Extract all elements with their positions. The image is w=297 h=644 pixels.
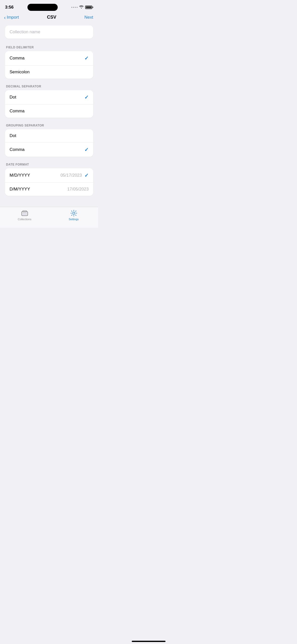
- option-right: ✓: [84, 55, 89, 61]
- dynamic-island: [27, 4, 58, 11]
- settings-tab-label: Settings: [69, 218, 79, 221]
- section-label-date-format: DATE FORMAT: [5, 163, 93, 166]
- next-button[interactable]: Next: [84, 15, 93, 20]
- svg-point-4: [73, 212, 75, 214]
- section-label-decimal-separator: DECIMAL SEPARATOR: [5, 85, 93, 88]
- option-right: ✓: [84, 94, 89, 100]
- section-grouping-separator: GROUPING SEPARATORDotComma✓: [5, 124, 93, 157]
- collection-name-input[interactable]: [10, 29, 89, 35]
- section-label-field-delimiter: FIELD DELIMITER: [5, 46, 93, 49]
- status-time: 3:56: [5, 5, 14, 10]
- section-label-grouping-separator: GROUPING SEPARATOR: [5, 124, 93, 127]
- option-row-comma-grouping-separator[interactable]: Comma✓: [5, 142, 93, 157]
- option-row-comma-decimal-separator[interactable]: Comma: [5, 104, 93, 118]
- options-card-grouping-separator: DotComma✓: [5, 129, 93, 157]
- option-label: D/M/YYYY: [10, 187, 30, 192]
- collections-icon: [21, 210, 28, 217]
- signal-icon: [71, 7, 78, 8]
- page-title: CSV: [47, 15, 56, 20]
- chevron-left-icon: ‹: [4, 15, 6, 20]
- option-row-dot-grouping-separator[interactable]: Dot: [5, 129, 93, 142]
- option-right: 05/17/2023✓: [60, 172, 89, 178]
- collection-name-field[interactable]: [5, 25, 93, 39]
- status-bar: 3:56: [0, 0, 98, 13]
- checkmark-icon: ✓: [84, 94, 89, 100]
- options-card-date-format: M/D/YYYY05/17/2023✓D/M/YYYY17/05/2023: [5, 168, 93, 196]
- option-row-dot-decimal-separator[interactable]: Dot✓: [5, 90, 93, 104]
- option-label: Comma: [10, 109, 25, 114]
- back-button[interactable]: ‹ Import: [4, 15, 19, 20]
- collections-tab-label: Collections: [18, 218, 31, 221]
- checkmark-icon: ✓: [84, 147, 89, 153]
- option-row-comma-field-delimiter[interactable]: Comma✓: [5, 51, 93, 65]
- option-label: Comma: [10, 56, 25, 61]
- svg-rect-2: [22, 212, 27, 215]
- option-label: Semicolon: [10, 70, 29, 75]
- option-label: Dot: [10, 133, 16, 138]
- status-icons: [71, 5, 93, 10]
- option-value: 05/17/2023: [60, 173, 82, 178]
- section-date-format: DATE FORMATM/D/YYYY05/17/2023✓D/M/YYYY17…: [5, 163, 93, 196]
- tab-bar: Collections Settings: [0, 207, 98, 228]
- battery-icon: [85, 6, 93, 9]
- option-row-mdy-date-format[interactable]: M/D/YYYY05/17/2023✓: [5, 168, 93, 182]
- tab-collections[interactable]: Collections: [0, 210, 49, 221]
- options-card-decimal-separator: Dot✓Comma: [5, 90, 93, 118]
- options-card-field-delimiter: Comma✓Semicolon: [5, 51, 93, 79]
- option-label: M/D/YYYY: [10, 173, 30, 178]
- back-label: Import: [7, 15, 19, 20]
- option-label: Comma: [10, 147, 25, 152]
- option-right: ✓: [84, 147, 89, 153]
- tab-settings[interactable]: Settings: [49, 210, 98, 221]
- wifi-icon: [79, 5, 84, 10]
- option-label: Dot: [10, 95, 16, 100]
- option-row-semicolon-field-delimiter[interactable]: Semicolon: [5, 65, 93, 79]
- settings-icon: [70, 210, 77, 217]
- checkmark-icon: ✓: [84, 172, 89, 178]
- option-right: 17/05/2023: [67, 187, 89, 192]
- section-decimal-separator: DECIMAL SEPARATORDot✓Comma: [5, 85, 93, 118]
- option-value: 17/05/2023: [67, 187, 89, 192]
- option-row-dmy-date-format[interactable]: D/M/YYYY17/05/2023: [5, 182, 93, 196]
- nav-bar: ‹ Import CSV Next: [0, 13, 98, 23]
- main-content: FIELD DELIMITERComma✓SemicolonDECIMAL SE…: [0, 23, 98, 207]
- section-field-delimiter: FIELD DELIMITERComma✓Semicolon: [5, 46, 93, 79]
- checkmark-icon: ✓: [84, 55, 89, 61]
